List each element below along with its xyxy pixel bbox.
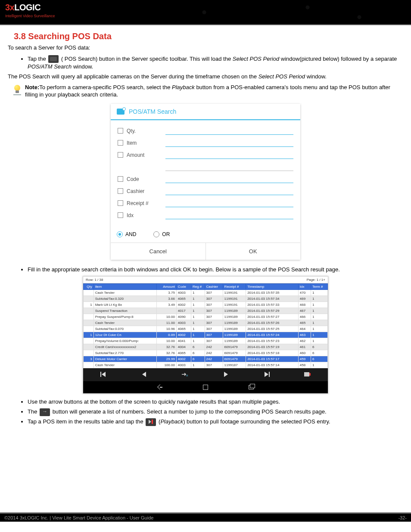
lightbulb-icon: [11, 84, 23, 97]
table-cell: 1: [311, 302, 327, 308]
text-input[interactable]: [165, 199, 293, 207]
text-input[interactable]: [165, 127, 293, 135]
table-cell: 29.99: [156, 356, 176, 362]
table-cell: 4003: [176, 320, 191, 326]
checkbox[interactable]: [118, 200, 123, 206]
table-cell: Prepay/Volume:0.000/Pump:: [93, 338, 156, 344]
table-cell: 10.96: [156, 326, 176, 332]
table-cell: 4041: [176, 338, 191, 344]
text-input[interactable]: [165, 139, 293, 147]
table-row[interactable]: 1Marb Ult Lt Kg Bx3.49400213071199191201…: [84, 302, 328, 308]
checkbox[interactable]: [118, 140, 123, 146]
next-page-button[interactable]: [219, 372, 232, 378]
table-cell: [84, 296, 94, 302]
table-cell: Credit Card/xxxxxxxxxxxx2: [93, 344, 156, 350]
table-cell: 1199191: [223, 296, 246, 302]
table-row[interactable]: 112oz Dt Coke Cn0.894002130711991892014-…: [84, 332, 328, 338]
ok-button[interactable]: OK: [206, 243, 301, 260]
table-cell: 470: [298, 290, 311, 296]
table-cell: Cash Tender: [93, 320, 156, 326]
table-cell: 6091479: [223, 356, 246, 362]
field-label: Amount: [127, 152, 165, 158]
checkbox[interactable]: [118, 152, 123, 158]
table-cell: 11.00: [156, 320, 176, 326]
svg-marker-2: [142, 372, 146, 377]
first-page-button[interactable]: [97, 372, 110, 378]
header-bar: 3xLOGIC Intelligent Video Surveillance: [0, 0, 411, 25]
table-cell: Cash Tender: [93, 362, 156, 368]
table-cell: [84, 320, 94, 326]
text-input[interactable]: [165, 163, 293, 171]
table-row[interactable]: Suspend Transaction4017130711991892014-0…: [84, 308, 328, 314]
playback-button[interactable]: [301, 371, 314, 379]
table-row[interactable]: Subtotal/Tax:0.3203.66406513071199191201…: [84, 296, 328, 302]
table-cell: 1199191: [223, 302, 246, 308]
table-cell: 2014-01-03 15:57:25: [246, 326, 299, 332]
table-row[interactable]: Subtotal/Tax:0.07010.9640651307119918920…: [84, 326, 328, 332]
table-row[interactable]: Credit Card/xxxxxxxxxxxx232.764004624260…: [84, 344, 328, 350]
text-input[interactable]: [165, 212, 293, 219]
table-cell: 460: [298, 350, 311, 356]
playback-toolbar: n: [83, 368, 328, 381]
logic-radio-row: AND OR: [111, 227, 300, 243]
table-cell: 1199189: [223, 326, 246, 332]
table-row[interactable]: Subtotal/Tax:2.77032.7640656242609147920…: [84, 350, 328, 356]
radio-icon: [153, 231, 159, 237]
pos-search-icon: [48, 55, 59, 63]
goto-page-button[interactable]: n: [179, 371, 192, 379]
table-cell: 464: [298, 326, 311, 332]
radio-and[interactable]: AND: [117, 231, 136, 237]
table-cell: [84, 308, 94, 314]
checkbox[interactable]: [118, 128, 123, 134]
playback-icon: [146, 418, 156, 426]
last-page-button[interactable]: [260, 372, 273, 378]
table-row[interactable]: Cash Tender100.004003130711991872014-01-…: [84, 362, 328, 368]
table-cell: [84, 362, 94, 368]
table-cell: 12oz Dt Coke Cn: [93, 332, 156, 338]
back-icon[interactable]: [156, 384, 163, 390]
text-input[interactable]: [165, 151, 293, 159]
prev-page-button[interactable]: [138, 372, 151, 378]
home-icon[interactable]: [202, 384, 209, 390]
text-input[interactable]: [165, 175, 293, 183]
table-row[interactable]: Prepay/Volume:0.000/Pump:10.004041130711…: [84, 338, 328, 344]
table-cell: Marb Ult Lt Kg Bx: [93, 302, 156, 308]
table-cell: 2014-01-03 15:57:33: [246, 302, 299, 308]
table-cell: 6: [191, 356, 205, 362]
field-row: Qty.: [118, 125, 293, 137]
table-cell: 32.76: [156, 344, 176, 350]
text-input[interactable]: [165, 187, 293, 195]
table-row[interactable]: Cash Tender3.754003130711991912014-01-03…: [84, 290, 328, 296]
radio-or[interactable]: OR: [153, 231, 170, 237]
table-cell: 1: [191, 296, 205, 302]
checkbox[interactable]: [118, 212, 123, 218]
table-row[interactable]: Cash Tender11.004003130711991892014-01-0…: [84, 320, 328, 326]
checkbox[interactable]: [118, 176, 123, 182]
field-label: Idx: [127, 212, 165, 218]
table-cell: 242: [205, 350, 223, 356]
table-cell: 307: [205, 326, 223, 332]
table-cell: 1: [311, 338, 327, 344]
table-row[interactable]: Prepay Suspend/Pump:810.0040901307119918…: [84, 314, 328, 320]
table-cell: 307: [205, 338, 223, 344]
step-5: Tap a POS item in the results table and …: [28, 418, 403, 426]
table-cell: 4090: [176, 314, 191, 320]
checkbox[interactable]: [118, 188, 123, 194]
table-cell: 462: [298, 338, 311, 344]
table-row[interactable]: 3Deluxe Motor Carrier29.9940026242609147…: [84, 356, 328, 362]
field-label: Cashier: [127, 188, 165, 194]
table-cell: 6: [191, 350, 205, 356]
table-cell: 463: [298, 332, 311, 338]
table-cell: 2014-01-03 15:57:26: [246, 320, 299, 326]
cancel-button[interactable]: Cancel: [111, 243, 206, 260]
step-3: Use the arrow buttons at the bottom of t…: [28, 398, 403, 406]
field-label: Code: [127, 176, 165, 182]
field-label: Qty.: [127, 128, 165, 134]
table-cell: 1199189: [223, 320, 246, 326]
table-cell: 2014-01-03 15:57:19: [246, 344, 299, 350]
table-cell: 2014-01-03 15:57:17: [246, 356, 299, 362]
recents-icon[interactable]: [248, 384, 255, 390]
table-cell: 2014-01-03 15:57:14: [246, 362, 299, 368]
table-cell: 458: [298, 362, 311, 368]
table-cell: 10.00: [156, 314, 176, 320]
